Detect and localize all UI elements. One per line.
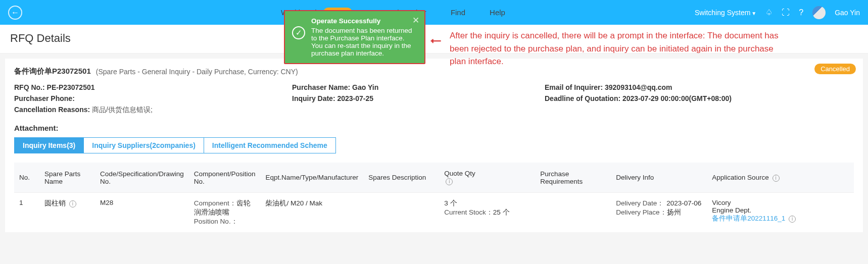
cancel-reason: Cancellation Reasons: 商品/供货信息错误; — [14, 105, 854, 115]
col-spare-name: Spare Parts Name — [39, 163, 95, 193]
cell-qty: 3 个 Current Stock：25 个 — [439, 193, 535, 233]
annotation-arrow-icon: ⭠ — [430, 35, 442, 48]
deadline: Deadline of Quotation: 2023-07-29 00:00:… — [545, 94, 854, 102]
inquirer-email: Email of Inquirer: 392093104@qq.com — [545, 83, 854, 91]
help-icon[interactable]: ? — [799, 8, 803, 17]
col-desc: Spares Description — [363, 163, 439, 193]
switching-system-dropdown[interactable]: Switching System▼ — [695, 9, 756, 17]
col-delivery: Delivery Info — [611, 163, 707, 193]
col-appsrc: Application Source i — [707, 163, 854, 193]
cell-no: 1 — [14, 193, 39, 233]
doc-id: 备件询价单P23072501 — [14, 67, 91, 76]
nav-help[interactable]: Help — [490, 8, 505, 17]
avatar — [812, 6, 826, 19]
fullscreen-icon[interactable]: ⛶ — [782, 8, 790, 17]
nav-find[interactable]: Find — [451, 8, 465, 17]
col-code: Code/Specification/Drawing No. — [95, 163, 189, 193]
annotation-text: After the inquiry is cancelled, there wi… — [450, 29, 783, 68]
info-icon[interactable]: i — [446, 178, 453, 185]
cell-eqpt: 柴油机/ M20 / Mak — [260, 193, 363, 233]
info-grid: RFQ No.: PE-P23072501 Purchaser Name: Ga… — [14, 83, 854, 115]
col-qty: Quote Qtyi — [439, 163, 535, 193]
chevron-down-icon: ▼ — [751, 11, 756, 16]
check-icon: ✓ — [292, 26, 305, 39]
rfq-card: Cancelled 备件询价单P23072501 (Spare Parts - … — [5, 59, 863, 232]
tabs: Inquiry Items(3) Inquiry Suppliers(2comp… — [14, 137, 336, 153]
bell-icon[interactable]: ♤ — [765, 8, 773, 17]
attachment-label: Attachment: — [14, 124, 854, 132]
rfq-no: RFQ No.: PE-P23072501 — [14, 83, 292, 91]
info-icon[interactable]: i — [773, 175, 780, 182]
doc-desc: (Spare Parts - General Inquiry - Daily P… — [96, 68, 298, 76]
cell-delivery: Delivery Date：2023-07-06 Delivery Place：… — [611, 193, 707, 233]
toast-body: The document has been returned to the Pu… — [311, 27, 417, 57]
success-toast: ✓ Operate Successfully The document has … — [284, 10, 425, 64]
tab-inquiry-items[interactable]: Inquiry Items(3) — [15, 138, 84, 153]
info-icon[interactable]: i — [69, 200, 76, 207]
topbar: ← Workbench 10443 Vessel Monitor Find He… — [0, 0, 868, 25]
cell-code: M28 — [95, 193, 189, 233]
info-icon[interactable]: i — [789, 216, 796, 223]
table-row: 1 圆柱销 i M28 Component：齿轮润滑油喷嘴 Position N… — [14, 193, 854, 233]
cell-name: 圆柱销 i — [39, 193, 95, 233]
app-source-link[interactable]: 备件申请单20221116_1 i — [712, 215, 796, 222]
items-table: No. Spare Parts Name Code/Specification/… — [14, 163, 854, 232]
toast-title: Operate Successfully — [311, 17, 417, 25]
status-badge: Cancelled — [814, 64, 856, 74]
cell-component: Component：齿轮润滑油喷嘴 Position No.： — [189, 193, 261, 233]
username-label[interactable]: Gao Yin — [835, 9, 860, 17]
tab-inquiry-suppliers[interactable]: Inquiry Suppliers(2companies) — [84, 138, 204, 153]
inquiry-date: Inquiry Date: 2023-07-25 — [292, 94, 545, 102]
cell-desc — [363, 193, 439, 233]
close-icon[interactable]: ✕ — [412, 15, 419, 26]
col-eqpt: Eqpt.Name/Type/Manufacturer — [260, 163, 363, 193]
col-req: Purchase Requirements — [535, 163, 611, 193]
col-component: Component/Position No. — [189, 163, 261, 193]
col-no: No. — [14, 163, 39, 193]
purchaser-name: Purchaser Name: Gao Yin — [292, 83, 545, 91]
cell-appsrc: Vicory Engine Dept. 备件申请单20221116_1 i — [707, 193, 854, 233]
back-button[interactable]: ← — [8, 6, 22, 20]
cell-req — [535, 193, 611, 233]
tab-intelligent-scheme[interactable]: Intelligent Recommended Scheme — [204, 138, 335, 153]
purchaser-phone: Purchaser Phone: — [14, 94, 292, 102]
